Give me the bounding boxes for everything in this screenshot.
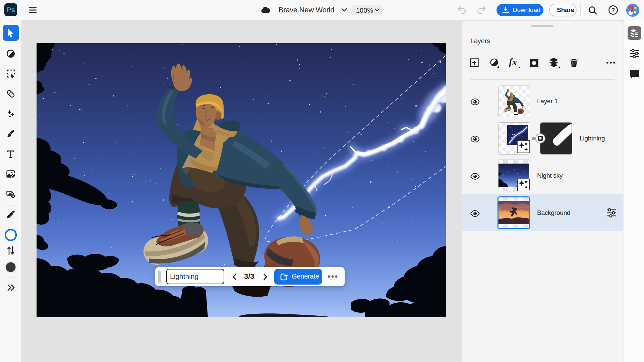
svg-text:?: ? xyxy=(611,7,615,13)
svg-text:fx: fx xyxy=(509,57,517,67)
